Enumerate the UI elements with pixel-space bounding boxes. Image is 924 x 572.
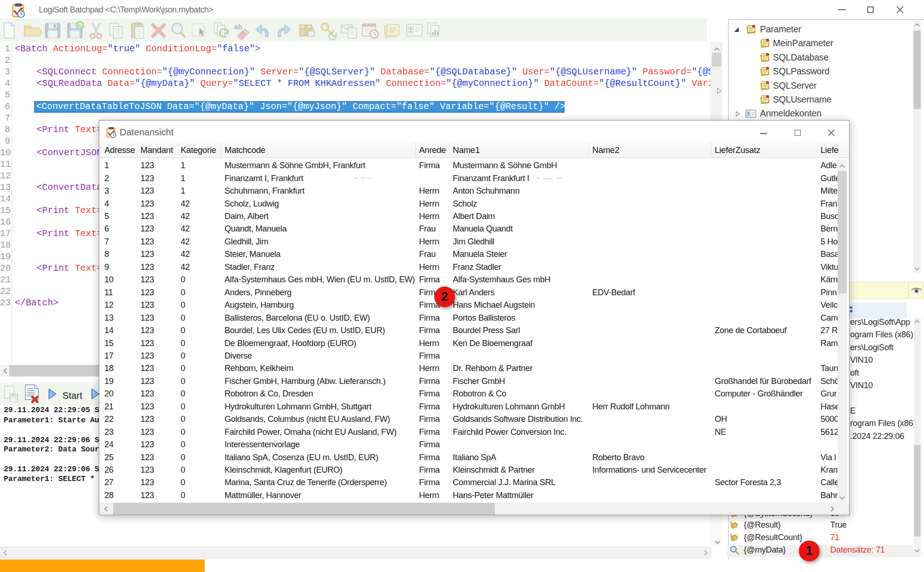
svg-text:?: ? — [78, 22, 82, 29]
svg-text:ab: ab — [234, 23, 243, 30]
